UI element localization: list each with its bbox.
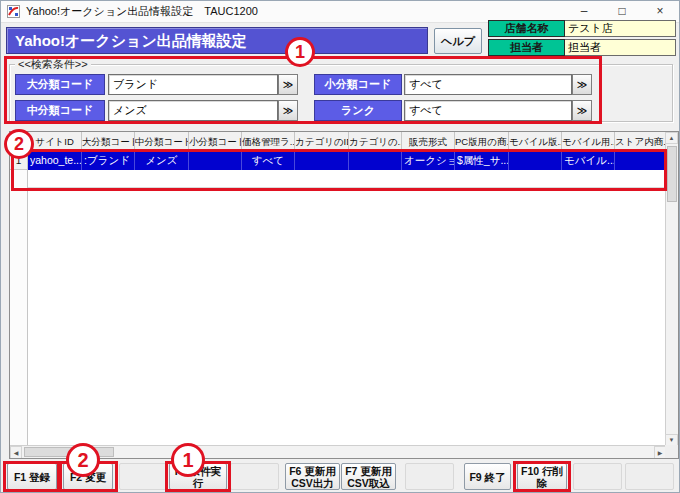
- grid-cell[interactable]: yahoo_te...: [28, 152, 82, 170]
- grid-cell[interactable]: [509, 152, 562, 170]
- f4-execute-condition-button[interactable]: F4 条件実行: [169, 463, 227, 490]
- grid-header-cell[interactable]: 価格管理ラ...: [242, 132, 295, 152]
- f1-register-button[interactable]: F1 登録: [7, 463, 57, 490]
- row-number-cell[interactable]: 1: [10, 152, 28, 170]
- rank-input[interactable]: すべて: [404, 100, 572, 121]
- grid-cell[interactable]: $属性_サ...: [455, 152, 509, 170]
- grid-header-cell[interactable]: モバイル用...: [562, 132, 615, 152]
- footer-blank-slot: [405, 463, 454, 490]
- grid-cell[interactable]: [615, 152, 666, 170]
- grid-cell[interactable]: :ブランド: [82, 152, 135, 170]
- scroll-left-icon[interactable]: ◀: [10, 446, 22, 459]
- app-icon: [7, 5, 20, 18]
- grid-header-cell[interactable]: カテゴリの...: [349, 132, 402, 152]
- f10-delete-row-button[interactable]: F10 行削除: [517, 463, 567, 490]
- scrollbar-corner: [665, 445, 678, 458]
- major-class-input[interactable]: ブランド: [108, 74, 278, 95]
- row-header-column: [10, 152, 28, 446]
- empty-grid-row: [28, 170, 666, 188]
- grid-header-cell[interactable]: 中分類コード: [135, 132, 189, 152]
- grid-cell[interactable]: [349, 152, 402, 170]
- grid-header-cell[interactable]: サイトID: [28, 132, 82, 152]
- grid-header-cell[interactable]: 大分類コード: [82, 132, 135, 152]
- rank-label: ランク: [314, 100, 402, 121]
- f2-modify-button[interactable]: F2 変更: [63, 463, 113, 490]
- grid-header-cell[interactable]: モバイル版...: [509, 132, 562, 152]
- minor-class-picker-button[interactable]: ≫: [572, 74, 592, 95]
- grid-cell[interactable]: [189, 152, 242, 170]
- horizontal-scroll-thumb[interactable]: [24, 447, 114, 457]
- middle-class-input[interactable]: メンズ: [108, 100, 278, 121]
- grid-header-row: サイトID 大分類コード 中分類コード 小分類コード 価格管理ラ... カテゴリ…: [10, 132, 666, 152]
- grid-cell[interactable]: メンズ: [135, 152, 189, 170]
- grid-header-cell[interactable]: ストア内商...: [615, 132, 666, 152]
- person-label: 担当者: [488, 39, 565, 56]
- grid-header-cell[interactable]: 小分類コード: [189, 132, 242, 152]
- f7-csv-import-button[interactable]: F7 更新用 CSV取込: [341, 463, 396, 490]
- scroll-up-icon[interactable]: ▲: [665, 132, 678, 144]
- listing-grid: サイトID 大分類コード 中分類コード 小分類コード 価格管理ラ... カテゴリ…: [9, 131, 679, 459]
- search-group-label: <<検索条件>>: [15, 57, 91, 72]
- f6-csv-export-button[interactable]: F6 更新用 CSV出力: [285, 463, 340, 490]
- window-title: Yahoo!オークション出品情報設定 TAUC1200: [26, 4, 258, 19]
- page-title: Yahoo!オークション出品情報設定: [6, 27, 428, 54]
- grid-cell[interactable]: モバイル...: [562, 152, 615, 170]
- major-class-label: 大分類コード: [15, 74, 105, 95]
- grid-cell[interactable]: すべて: [242, 152, 295, 170]
- footer-blank-slot: [230, 463, 279, 490]
- rank-picker-button[interactable]: ≫: [572, 100, 592, 121]
- store-name-value: テスト店: [565, 20, 676, 37]
- grid-cell[interactable]: オークション形...: [402, 152, 455, 170]
- middle-class-picker-button[interactable]: ≫: [278, 100, 298, 121]
- f9-exit-button[interactable]: F9 終了: [464, 463, 511, 490]
- minor-class-label: 小分類コード: [314, 74, 402, 95]
- person-value: 担当者: [565, 39, 676, 56]
- grid-cell[interactable]: [295, 152, 349, 170]
- horizontal-scrollbar[interactable]: ◀ ▶: [10, 445, 666, 458]
- vertical-scroll-thumb[interactable]: [667, 146, 677, 202]
- middle-class-label: 中分類コード: [15, 100, 105, 121]
- vertical-scrollbar[interactable]: ▲ ▼: [665, 132, 678, 446]
- store-name-label: 店舗名称: [488, 20, 565, 37]
- footer-blank-slot: [119, 463, 168, 490]
- grid-corner-cell: [10, 132, 28, 152]
- footer-blank-slot: [625, 463, 674, 490]
- footer-blank-slot: [573, 463, 622, 490]
- help-button[interactable]: ヘルプ: [434, 28, 482, 54]
- grid-header-cell[interactable]: PC版用の商...: [455, 132, 509, 152]
- minor-class-input[interactable]: すべて: [404, 74, 572, 95]
- grid-header-cell[interactable]: 販売形式: [402, 132, 455, 152]
- table-row-selected[interactable]: 1 yahoo_te... :ブランド メンズ すべて オークション形... $…: [10, 152, 666, 170]
- app-window: Yahoo!オークション出品情報設定 TAUC1200 – □ × Yahoo!…: [0, 0, 680, 493]
- major-class-picker-button[interactable]: ≫: [278, 74, 298, 95]
- grid-header-cell[interactable]: カテゴリのID: [295, 132, 349, 152]
